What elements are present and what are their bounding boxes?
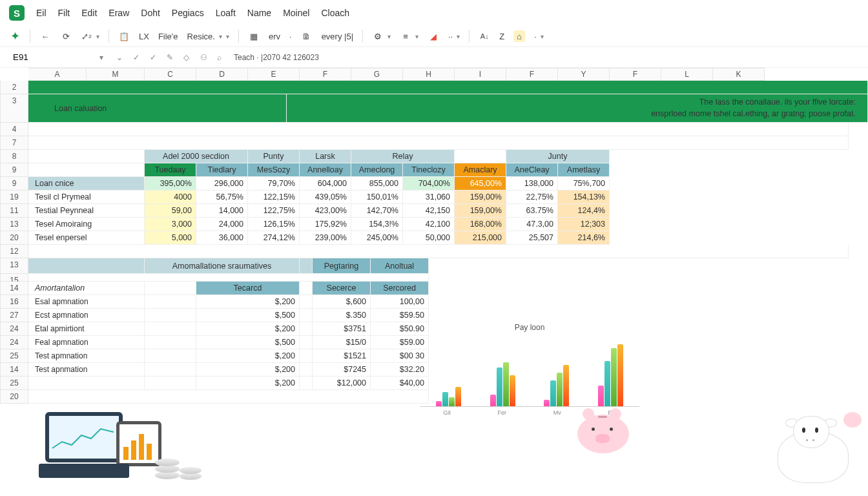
amort-cell[interactable]: $,500 [196, 309, 300, 322]
layout-icon[interactable]: ▦ [248, 30, 260, 42]
cell[interactable] [145, 336, 196, 349]
row-number[interactable]: 24 [0, 322, 28, 336]
amort-cell[interactable]: $,200 [196, 295, 300, 309]
amort-cell[interactable]: $,200 [196, 322, 300, 336]
menu-pegiacs[interactable]: Pegiacs [172, 8, 204, 18]
cell[interactable] [300, 336, 313, 349]
row-number[interactable]: 19 [0, 191, 28, 204]
col-header[interactable]: Y [558, 68, 610, 81]
data-cell[interactable]: 122,75% [248, 204, 300, 218]
data-cell[interactable]: 3,000 [145, 218, 196, 231]
col-header[interactable]: C [145, 68, 196, 81]
menu-loaft[interactable]: Loaft [216, 8, 236, 18]
amort-row-label[interactable]: Feal apmnation [28, 336, 145, 349]
data-cell[interactable]: 122,15% [248, 191, 300, 204]
column-header[interactable]: Amaclary [455, 163, 506, 177]
data-cell[interactable]: 63.75% [506, 204, 558, 218]
data-cell[interactable]: 214,6% [558, 231, 610, 245]
col-header[interactable]: G [351, 68, 403, 81]
data-cell[interactable]: 704,00% [403, 177, 455, 191]
data-cell[interactable]: 31,060 [403, 191, 455, 204]
row-label[interactable]: Testial Peynneal [28, 204, 145, 218]
row-label[interactable]: Tesil cl Prymeal [28, 191, 145, 204]
row-number[interactable]: 13 [0, 258, 28, 274]
sheet-title[interactable]: Loan caluation [28, 94, 287, 123]
cell[interactable] [28, 123, 849, 136]
menu-doht[interactable]: Doht [141, 8, 160, 18]
dropdown-icon[interactable]: ▾ [457, 33, 460, 40]
column-header[interactable]: Ameclong [351, 163, 403, 177]
cell[interactable] [145, 363, 196, 377]
data-cell[interactable]: 36,000 [196, 231, 248, 245]
amort-cell[interactable]: $,200 [196, 363, 300, 377]
cell[interactable] [145, 349, 196, 363]
row-number[interactable]: 9 [0, 177, 28, 191]
data-cell[interactable]: 159,00% [455, 191, 506, 204]
sort-asc-icon[interactable]: A↓ [479, 30, 490, 42]
row-number[interactable]: 13 [0, 218, 28, 231]
fill-color-icon[interactable]: ◢ [428, 30, 439, 42]
row-number[interactable]: 4 [0, 123, 28, 136]
amort-cell[interactable]: $12,000 [313, 377, 371, 390]
row-label[interactable]: Loan cnice [28, 177, 145, 191]
menu-cloach[interactable]: Cloach [321, 8, 349, 18]
chevron-down-icon[interactable]: ⌄ [116, 53, 127, 62]
data-cell[interactable]: 159,00% [455, 204, 506, 218]
data-cell[interactable]: 59,00 [145, 204, 196, 218]
data-cell[interactable]: 154,13% [558, 191, 610, 204]
column-header[interactable]: AneCleay [506, 163, 558, 177]
settings-icon[interactable]: ⚙ [372, 30, 384, 42]
data-cell[interactable]: 126,15% [248, 218, 300, 231]
data-cell[interactable]: 215,000 [455, 231, 506, 245]
data-cell[interactable]: 5,000 [145, 231, 196, 245]
col-header[interactable]: H [403, 68, 455, 81]
cell[interactable] [28, 245, 849, 258]
cell[interactable] [300, 363, 313, 377]
data-cell[interactable]: 395,00% [145, 177, 196, 191]
row-number[interactable]: 12 [0, 245, 28, 258]
cell[interactable] [145, 295, 196, 309]
cell[interactable] [300, 377, 313, 390]
row-number[interactable]: 15 [0, 274, 28, 282]
amort-cell[interactable]: $,500 [196, 336, 300, 349]
col-header[interactable]: F [300, 68, 351, 81]
section-header[interactable]: Punty [248, 150, 300, 163]
data-cell[interactable]: 56,75% [196, 191, 248, 204]
cell[interactable] [300, 322, 313, 336]
data-cell[interactable]: 296,000 [196, 177, 248, 191]
amort-cell[interactable]: 100,00 [371, 295, 429, 309]
menu-eraw[interactable]: Eraw [108, 8, 129, 18]
zoom-icon[interactable]: ⤢2 [81, 30, 92, 42]
cell[interactable] [300, 295, 313, 309]
data-cell[interactable]: 142,70% [351, 204, 403, 218]
data-cell[interactable]: 168,00% [455, 218, 506, 231]
data-cell[interactable]: 4000 [145, 191, 196, 204]
doc-icon[interactable]: 🗎 [301, 30, 313, 42]
amort-cell[interactable]: $,200 [196, 349, 300, 363]
search-icon[interactable]: ⌕ [217, 53, 227, 62]
banner[interactable] [28, 81, 868, 94]
amort-cell[interactable]: $.350 [313, 309, 371, 322]
row-number[interactable]: 3 [0, 94, 28, 123]
data-cell[interactable]: 50,000 [403, 231, 455, 245]
sub-header[interactable]: Amomallatione sraumatives [145, 258, 300, 274]
data-cell[interactable]: 75%,700 [558, 177, 610, 191]
person-icon[interactable]: ⚇ [200, 53, 211, 62]
data-cell[interactable]: 47.3,00 [506, 218, 558, 231]
data-cell[interactable]: 42,100 [403, 218, 455, 231]
data-cell[interactable]: 439,05% [300, 191, 351, 204]
back-icon[interactable]: ← [39, 30, 51, 42]
clipboard-icon[interactable]: 📋 [118, 30, 130, 42]
row-number[interactable]: 16 [0, 295, 28, 309]
data-cell[interactable]: 274,12% [248, 231, 300, 245]
data-cell[interactable]: 175,92% [300, 218, 351, 231]
data-cell[interactable]: 645,00% [455, 177, 506, 191]
data-cell[interactable]: 150,01% [351, 191, 403, 204]
data-cell[interactable]: 42,150 [403, 204, 455, 218]
data-cell[interactable]: 154,3!% [351, 218, 403, 231]
check-icon[interactable]: ✓ [133, 53, 143, 62]
section-header[interactable]: Adel 2000 secdion [145, 150, 248, 163]
amort-cell[interactable]: $3751 [313, 322, 371, 336]
cell[interactable] [28, 390, 429, 404]
row-number[interactable]: 8 [0, 150, 28, 163]
